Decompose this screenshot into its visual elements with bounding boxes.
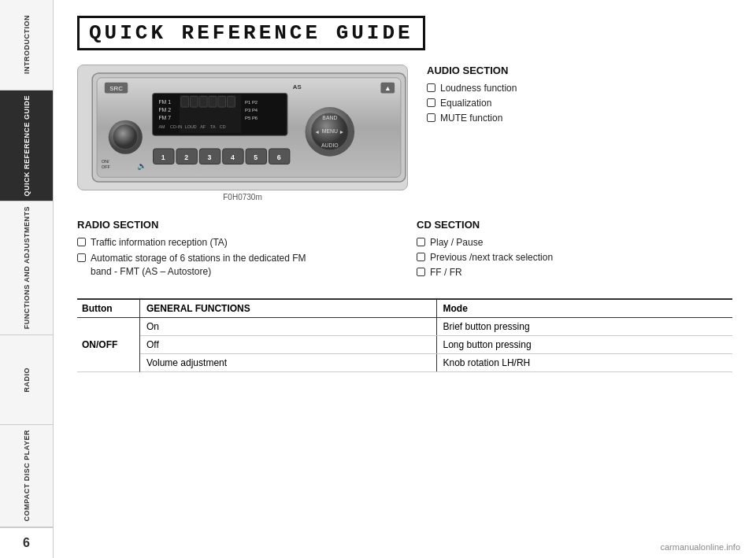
radio-section: RADIO SECTION Traffic information recept… — [77, 219, 393, 283]
table-cell-mode-off: Long button pressing — [437, 336, 733, 353]
svg-text:SRC: SRC — [109, 85, 123, 92]
svg-text:AS: AS — [293, 83, 302, 91]
svg-text:AM: AM — [158, 124, 165, 129]
svg-rect-15 — [199, 96, 207, 107]
audio-item-3: MUTE function — [427, 113, 732, 124]
radio-item-label-1: Traffic information reception (TA) — [91, 237, 228, 248]
sidebar-item-label: FUNCTIONS AND ADJUSTMENTS — [23, 206, 31, 329]
table-cell-mode-on: Brief button pressing — [437, 318, 733, 335]
checkbox-icon — [417, 253, 425, 261]
bottom-brand: carmanualonline.info — [660, 542, 740, 552]
radio-item-2: Automatic storage of 6 stations in the d… — [77, 252, 393, 279]
sidebar-item-label: RADIO — [23, 368, 31, 393]
svg-text:1: 1 — [161, 153, 165, 161]
svg-text:LOUD: LOUD — [185, 124, 197, 129]
svg-text:CD: CD — [220, 124, 226, 129]
svg-text:FM 1: FM 1 — [158, 99, 171, 105]
sidebar: INTRODUCTION QUICK REFERENCE GUIDE FUNCT… — [0, 0, 54, 558]
checkbox-icon — [427, 113, 435, 122]
sidebar-item-radio[interactable]: RADIO — [0, 335, 53, 426]
table-row-volume: Volume adjustment Knob rotation LH/RH — [140, 354, 732, 372]
cd-section: CD SECTION Play / Pause Previous /next t… — [417, 219, 732, 283]
audio-item-label-2: Equalization — [440, 98, 491, 109]
svg-text:3: 3 — [208, 153, 212, 161]
audio-section: AUDIO SECTION Loudness function Equaliza… — [427, 65, 732, 127]
sidebar-item-quick-reference[interactable]: QUICK REFERENCE GUIDE — [0, 91, 53, 202]
checkbox-icon — [427, 83, 435, 92]
radio-section-title: RADIO SECTION — [77, 219, 393, 231]
sidebar-item-introduction[interactable]: INTRODUCTION — [0, 0, 53, 91]
table-group-onoff: ON/OFF On Brief button pressing Off Long… — [77, 318, 732, 372]
upper-section: SRC ▲ — [77, 65, 732, 201]
audio-section-title: AUDIO SECTION — [427, 65, 732, 76]
sidebar-item-label: INTRODUCTION — [23, 15, 31, 74]
svg-text:2: 2 — [184, 153, 188, 161]
svg-text:5: 5 — [254, 153, 258, 161]
svg-text:AF: AF — [200, 124, 206, 129]
svg-text:FM 7: FM 7 — [158, 115, 171, 120]
page-number: 6 — [0, 527, 53, 558]
cd-item-2: Previous /next track selection — [417, 252, 732, 263]
svg-text:6: 6 — [277, 153, 281, 161]
radio-svg: SRC ▲ — [87, 72, 408, 183]
svg-text:🔊: 🔊 — [137, 161, 147, 171]
table-header: Button GENERAL FUNCTIONS Mode — [77, 300, 732, 318]
table-cell-function-volume: Volume adjustment — [140, 354, 437, 371]
checkbox-icon — [77, 238, 86, 246]
svg-rect-16 — [209, 96, 217, 107]
cd-item-3: FF / FR — [417, 267, 732, 278]
audio-item-label-3: MUTE function — [440, 113, 502, 124]
checkbox-icon — [77, 253, 86, 262]
svg-text:OFF: OFF — [102, 164, 110, 169]
svg-rect-18 — [228, 96, 235, 107]
svg-rect-17 — [218, 96, 226, 107]
svg-rect-13 — [181, 96, 189, 107]
table-row-on: On Brief button pressing — [140, 318, 732, 336]
cd-item-label-3: FF / FR — [430, 267, 462, 278]
svg-text:◄: ◄ — [314, 129, 320, 135]
table-section: Button GENERAL FUNCTIONS Mode ON/OFF On … — [77, 298, 732, 372]
svg-rect-14 — [191, 96, 198, 107]
table-header-functions: GENERAL FUNCTIONS — [140, 300, 437, 317]
radio-item-1: Traffic information reception (TA) — [77, 237, 393, 248]
table-cell-function-off: Off — [140, 336, 437, 353]
svg-text:▲: ▲ — [384, 84, 391, 92]
cd-section-title: CD SECTION — [417, 219, 732, 231]
table-header-button: Button — [77, 300, 140, 317]
svg-text:CD-IN: CD-IN — [170, 124, 182, 129]
svg-text:P3 P4: P3 P4 — [245, 108, 258, 113]
svg-text:TA: TA — [210, 124, 216, 129]
cd-item-label-2: Previous /next track selection — [430, 252, 553, 263]
table-header-mode: Mode — [437, 300, 733, 317]
radio-item-label-2: Automatic storage of 6 stations in the d… — [91, 252, 311, 279]
svg-text:P5 P6: P5 P6 — [245, 116, 258, 120]
svg-text:MENU: MENU — [322, 128, 338, 134]
svg-text:4: 4 — [231, 153, 235, 161]
svg-text:FM 2: FM 2 — [158, 107, 171, 113]
page-title: QUICK REFERENCE GUIDE — [77, 16, 425, 50]
table-cell-function-on: On — [140, 318, 437, 335]
sidebar-item-label: COMPACT DISC PLAYER — [23, 430, 31, 522]
cd-item-1: Play / Pause — [417, 237, 732, 248]
svg-text:ON/: ON/ — [102, 159, 109, 164]
radio-image: SRC ▲ — [77, 65, 408, 190]
radio-image-area: SRC ▲ — [77, 65, 408, 201]
table-group-rows: On Brief button pressing Off Long button… — [140, 318, 732, 372]
svg-text:AUDIO: AUDIO — [321, 142, 339, 148]
sidebar-item-label: QUICK REFERENCE GUIDE — [23, 95, 31, 197]
table-cell-mode-volume: Knob rotation LH/RH — [437, 354, 733, 371]
middle-section: RADIO SECTION Traffic information recept… — [77, 219, 732, 283]
checkbox-icon — [427, 98, 435, 107]
audio-item-label-1: Loudness function — [440, 83, 517, 94]
svg-point-7 — [113, 125, 138, 150]
sidebar-item-functions[interactable]: FUNCTIONS AND ADJUSTMENTS — [0, 201, 53, 334]
svg-text:►: ► — [339, 129, 345, 135]
svg-text:P1 P2: P1 P2 — [245, 100, 258, 105]
cd-item-label-1: Play / Pause — [430, 237, 483, 248]
checkbox-icon — [417, 238, 425, 246]
checkbox-icon — [417, 268, 425, 276]
audio-item-2: Equalization — [427, 98, 732, 109]
main-content: QUICK REFERENCE GUIDE — [54, 0, 756, 558]
table-cell-onoff: ON/OFF — [77, 318, 140, 372]
sidebar-item-compact-disc[interactable]: COMPACT DISC PLAYER — [0, 425, 53, 527]
